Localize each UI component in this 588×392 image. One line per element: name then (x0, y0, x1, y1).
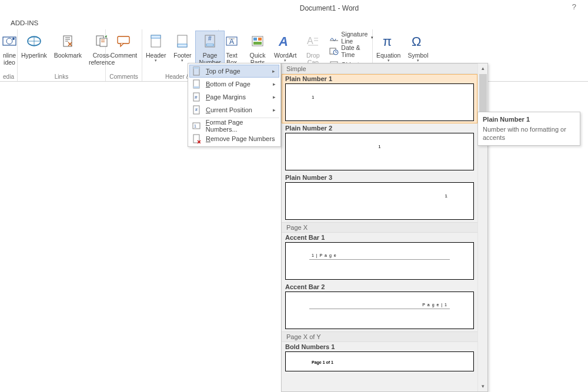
scroll-down-icon[interactable]: ▾ (478, 381, 487, 391)
menu-bottom-of-page[interactable]: Bottom of Page ▸ (189, 78, 279, 91)
submenu-arrow-icon: ▸ (272, 68, 275, 74)
gallery-item-title: Accent Bar 1 (285, 234, 474, 241)
header-button[interactable]: Header ▾ (142, 31, 169, 63)
gallery-item-plain3[interactable]: Plain Number 3 1 (282, 173, 477, 222)
menu-label: Current Position (206, 106, 252, 113)
bookmark-icon (58, 32, 77, 51)
header-icon (146, 32, 165, 51)
signature-line-button[interactable]: Signature Line ▾ (329, 32, 373, 43)
submenu-arrow-icon: ▸ (273, 94, 276, 100)
gallery-item-plain1[interactable]: Plain Number 1 1 (282, 74, 477, 123)
svg-rect-31 (193, 86, 199, 88)
video-label: nline ideo (3, 52, 16, 66)
dropdown-icon: ▾ (284, 58, 286, 63)
signature-label: Signature Line (341, 31, 368, 45)
gallery-preview: P a g e | 1 (285, 292, 474, 329)
menu-separator (189, 118, 279, 118)
tooltip-title: Plain Number 1 (483, 116, 575, 123)
gallery-item-plain2[interactable]: Plain Number 2 1 (282, 123, 477, 173)
hyperlink-label: Hyperlink (21, 52, 47, 59)
scroll-up-icon[interactable]: ▴ (478, 63, 487, 73)
hyperlink-button[interactable]: Hyperlink (18, 31, 51, 59)
tab-addins[interactable]: ADD-INS (11, 19, 38, 26)
menu-label: Bottom of Page (206, 81, 250, 88)
svg-text:Ω: Ω (412, 34, 421, 48)
dropdown-icon: ▾ (181, 58, 183, 63)
group-label-media: edia (0, 73, 17, 81)
svg-text:#: # (195, 95, 198, 100)
svg-text:A: A (307, 36, 313, 46)
gallery-header-pagex: Page X (282, 222, 477, 233)
gallery-item-title: Plain Number 1 (285, 75, 474, 82)
bookmark-button[interactable]: Bookmark (51, 31, 85, 59)
footer-button[interactable]: Footer ▾ (169, 31, 195, 63)
footer-icon (173, 32, 192, 51)
menu-page-margins[interactable]: # Page Margins ▸ (189, 91, 279, 103)
gallery-preview: 1 (285, 133, 474, 170)
tooltip: Plain Number 1 Number with no formatting… (477, 112, 580, 146)
gallery-inner: Simple Plain Number 1 1 Plain Number 2 1… (282, 63, 487, 374)
ribbon-tabs: ADD-INS (0, 16, 588, 29)
tooltip-body: Number with no formatting or accents (483, 125, 575, 142)
comment-label: Comment (111, 52, 138, 59)
svg-text:#: # (195, 108, 198, 112)
gallery-item-bold1[interactable]: Bold Numbers 1 Page 1 of 1 (282, 342, 477, 374)
dropcap-button[interactable]: A Drop Cap (300, 31, 326, 66)
gallery-preview: Page 1 of 1 (285, 351, 474, 371)
svg-rect-19 (258, 38, 262, 41)
svg-rect-9 (151, 35, 161, 38)
datetime-button[interactable]: Date & Time (329, 45, 373, 57)
comment-button[interactable]: Comment (107, 31, 141, 59)
gallery-item-accent2[interactable]: Accent Bar 2 P a g e | 1 (282, 282, 477, 331)
comment-icon (114, 32, 133, 51)
submenu-arrow-icon: ▸ (273, 81, 276, 87)
top-page-icon (192, 66, 201, 76)
help-icon[interactable]: ? (572, 2, 576, 11)
gallery-item-title: Plain Number 3 (285, 174, 474, 181)
bookmark-label: Bookmark (54, 52, 82, 59)
group-comments: Comment Comments (106, 29, 142, 81)
menu-format-page-numbers[interactable]: 1 Format Page Numbers... (189, 119, 279, 132)
title-bar: Document1 - Word ? (0, 0, 588, 16)
gallery-preview: 1 | P a g e (285, 242, 474, 280)
dropdown-icon: ▾ (417, 58, 419, 63)
gallery-item-title: Bold Numbers 1 (285, 343, 474, 350)
group-label-links: Links (18, 73, 105, 81)
svg-point-1 (6, 38, 12, 44)
gallery-item-accent1[interactable]: Accent Bar 1 1 | P a g e (282, 233, 477, 282)
svg-rect-29 (193, 67, 199, 69)
preview-line (309, 309, 450, 309)
scroll-thumb[interactable] (479, 74, 487, 115)
menu-remove-page-numbers[interactable]: Remove Page Numbers (189, 132, 279, 145)
svg-text:π: π (383, 34, 392, 48)
svg-text:1: 1 (194, 124, 196, 128)
preview-text: 1 | P a g e (312, 253, 337, 257)
group-links: Hyperlink Bookmark Cross- reference Link… (18, 29, 106, 81)
quickparts-icon (248, 32, 267, 51)
svg-text:#: # (208, 35, 212, 42)
svg-point-2 (12, 38, 15, 40)
current-pos-icon: # (192, 105, 201, 115)
svg-rect-20 (253, 42, 262, 45)
quickparts-button[interactable]: Quick Parts (245, 31, 270, 66)
remove-icon (192, 134, 201, 143)
page-number-gallery: Simple Plain Number 1 1 Plain Number 2 1… (281, 63, 488, 392)
svg-rect-14 (206, 44, 213, 46)
equation-button[interactable]: π Equation ▾ (373, 31, 404, 63)
symbol-icon: Ω (409, 32, 427, 51)
group-media: nline ideo edia (0, 29, 18, 81)
dropdown-icon: ▾ (387, 58, 390, 63)
menu-label: TTop of Pageop of Page (206, 68, 240, 75)
page-number-menu: TTop of Pageop of Page ▸ Bottom of Page … (188, 63, 281, 147)
bottom-page-icon (192, 79, 201, 89)
menu-label: Remove Page Numbers (206, 135, 275, 142)
wordart-button[interactable]: A WordArt ▾ (270, 31, 300, 63)
page-number-icon: # (201, 32, 219, 51)
symbol-button[interactable]: Ω Symbol ▾ (404, 31, 432, 63)
preview-number: 1 (312, 95, 314, 100)
dropcap-icon: A (303, 32, 322, 51)
menu-current-position[interactable]: # Current Position ▸ (189, 103, 279, 116)
textbox-button[interactable]: A Text Box (219, 31, 245, 66)
menu-top-of-page[interactable]: TTop of Pageop of Page ▸ (189, 65, 279, 78)
menu-label: Format Page Numbers... (206, 119, 276, 133)
